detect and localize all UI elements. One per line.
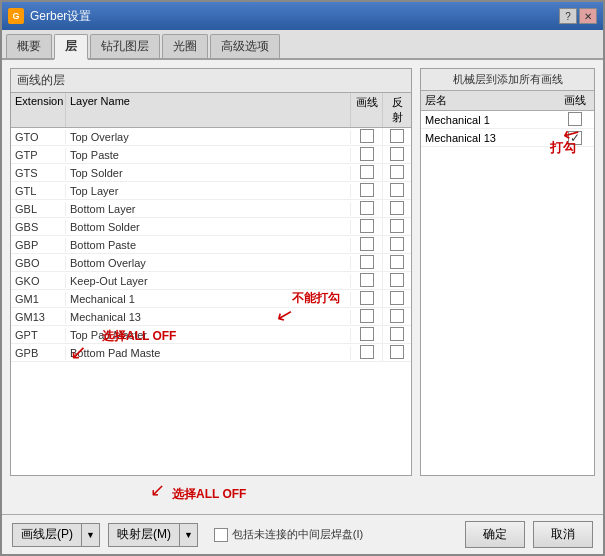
table-row: GTS Top Solder (11, 164, 411, 182)
draw-check-gbl[interactable] (360, 201, 374, 215)
table-row: GBL Bottom Layer (11, 200, 411, 218)
include-pads-checkbox[interactable] (214, 528, 228, 542)
table-header: Extension Layer Name 画线 反射 (11, 93, 411, 128)
draw-check-gpt[interactable] (360, 327, 374, 341)
draw-layer-arrow-icon: ▼ (82, 524, 99, 546)
col-header-name: Layer Name (66, 93, 351, 127)
reflect-check-gtl[interactable] (390, 183, 404, 197)
table-row: GM13 Mechanical 13 (11, 308, 411, 326)
table-row: GBP Bottom Paste (11, 236, 411, 254)
right-col-header-name: 层名 (425, 93, 560, 108)
left-panel-title: 画线的层 (11, 69, 411, 93)
table-row: GTL Top Layer (11, 182, 411, 200)
reflect-check-gto[interactable] (390, 129, 404, 143)
right-col-header-draw: 画线 (560, 93, 590, 108)
table-body: GTO Top Overlay GTP Top Paste GTS Top So… (11, 128, 411, 475)
bottom-annotation-area: 选择ALL OFF ↙ (2, 484, 603, 514)
window-title: Gerber设置 (30, 8, 91, 25)
draw-layer-label: 画线层(P) (13, 524, 82, 546)
include-pads-text: 包括未连接的中间层焊盘(I) (232, 527, 363, 542)
title-bar: G Gerber设置 ? ✕ (2, 2, 603, 30)
include-pads-label[interactable]: 包括未连接的中间层焊盘(I) (214, 527, 363, 542)
help-button[interactable]: ? (559, 8, 577, 24)
tab-bar: 概要 层 钻孔图层 光圈 高级选项 (2, 30, 603, 60)
reflect-check-gts[interactable] (390, 165, 404, 179)
right-row: Mechanical 1 (421, 111, 594, 129)
tab-layers[interactable]: 层 (54, 34, 88, 60)
draw-check-gbs[interactable] (360, 219, 374, 233)
panels-row: 画线的层 Extension Layer Name 画线 反射 GTO Top … (2, 60, 603, 484)
draw-check-gko[interactable] (360, 273, 374, 287)
map-layer-button[interactable]: 映射层(M) ▼ (108, 523, 198, 547)
reflect-check-gbs[interactable] (390, 219, 404, 233)
table-row: GPB Bottom Pad Maste (11, 344, 411, 362)
col-header-reflect: 反射 (383, 93, 411, 127)
cancel-button[interactable]: 取消 (533, 521, 593, 548)
app-icon: G (8, 8, 24, 24)
reflect-check-gm13[interactable] (390, 309, 404, 323)
tab-aperture[interactable]: 光圈 (162, 34, 208, 58)
bottom-bar: 画线层(P) ▼ 映射层(M) ▼ 包括未连接的中间层焊盘(I) 确定 取消 (2, 514, 603, 554)
reflect-check-gko[interactable] (390, 273, 404, 287)
draw-check-gbp[interactable] (360, 237, 374, 251)
table-row: GPT Top Pad Master (11, 326, 411, 344)
bottom-buttons: 确定 取消 (465, 521, 593, 548)
main-window: G Gerber设置 ? ✕ 概要 层 钻孔图层 光圈 高级选项 画线的层 Ex… (0, 0, 605, 556)
reflect-check-gtp[interactable] (390, 147, 404, 161)
col-header-ext: Extension (11, 93, 66, 127)
table-row: GKO Keep-Out Layer (11, 272, 411, 290)
right-check-mech1[interactable] (568, 112, 582, 126)
table-row: GBS Bottom Solder (11, 218, 411, 236)
right-panel-title: 机械层到添加所有画线 (421, 69, 594, 91)
left-panel: 画线的层 Extension Layer Name 画线 反射 GTO Top … (10, 68, 412, 476)
reflect-check-gbl[interactable] (390, 201, 404, 215)
right-table-body: Mechanical 1 Mechanical 13 ✓ (421, 111, 594, 475)
draw-check-gtl[interactable] (360, 183, 374, 197)
table-row: GTO Top Overlay (11, 128, 411, 146)
table-row: GM1 Mechanical 1 (11, 290, 411, 308)
draw-check-gtp[interactable] (360, 147, 374, 161)
main-content: 画线的层 Extension Layer Name 画线 反射 GTO Top … (2, 60, 603, 554)
tab-advanced[interactable]: 高级选项 (210, 34, 280, 58)
tab-drill[interactable]: 钻孔图层 (90, 34, 160, 58)
reflect-check-gpb[interactable] (390, 345, 404, 359)
annotation-alloff-bottom: 选择ALL OFF (172, 486, 246, 503)
confirm-button[interactable]: 确定 (465, 521, 525, 548)
title-bar-left: G Gerber设置 (8, 8, 91, 25)
arrow-alloff-bottom: ↙ (150, 479, 165, 501)
map-layer-label: 映射层(M) (109, 524, 180, 546)
table-row: GTP Top Paste (11, 146, 411, 164)
right-check-mech13[interactable]: ✓ (568, 131, 582, 145)
table-row: GBO Bottom Overlay (11, 254, 411, 272)
draw-layer-button[interactable]: 画线层(P) ▼ (12, 523, 100, 547)
right-table-header: 层名 画线 (421, 91, 594, 111)
draw-check-gm1[interactable] (360, 291, 374, 305)
tab-summary[interactable]: 概要 (6, 34, 52, 58)
title-buttons: ? ✕ (559, 8, 597, 24)
right-row: Mechanical 13 ✓ (421, 129, 594, 147)
reflect-check-gm1[interactable] (390, 291, 404, 305)
draw-check-gts[interactable] (360, 165, 374, 179)
map-layer-arrow-icon: ▼ (180, 524, 197, 546)
reflect-check-gbo[interactable] (390, 255, 404, 269)
close-button[interactable]: ✕ (579, 8, 597, 24)
reflect-check-gpt[interactable] (390, 327, 404, 341)
draw-check-gpb[interactable] (360, 345, 374, 359)
col-header-draw: 画线 (351, 93, 383, 127)
draw-check-gm13[interactable] (360, 309, 374, 323)
reflect-check-gbp[interactable] (390, 237, 404, 251)
draw-check-gbo[interactable] (360, 255, 374, 269)
right-panel: 机械层到添加所有画线 层名 画线 Mechanical 1 Mechanical… (420, 68, 595, 476)
draw-check-gto[interactable] (360, 129, 374, 143)
